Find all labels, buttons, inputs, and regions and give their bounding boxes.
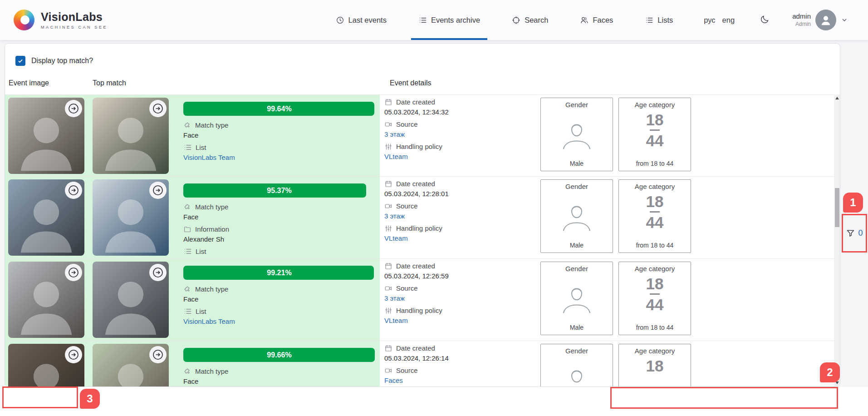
field-label: Source [396,284,418,292]
field-value[interactable]: VLteam [384,152,536,162]
camera-icon [384,202,392,210]
age-title: Age category [619,183,691,190]
gender-title: Gender [541,183,613,190]
field-value[interactable]: 3 этаж [384,293,536,303]
field-value[interactable]: VisionLabs Team [183,153,375,163]
scrollbar-thumb[interactable] [835,188,839,227]
footer-bar: Export events 1•••34525 [0,387,868,416]
field-label: Handling policy [396,307,442,314]
event-row: 95.37% Match type Face Information Alexa… [5,177,834,259]
annotation-badge-2: 2 [820,362,840,382]
calendar-icon [384,262,392,270]
similarity-value: 99.64% [183,102,375,116]
match-info: 99.21% Match type Face List VisionLabs T… [183,262,375,338]
calendar-icon [384,180,392,188]
gender-title: Gender [541,265,613,272]
similarity-bar: 99.21% [183,266,375,280]
open-event-button[interactable] [65,100,82,117]
similarity-bar: 95.37% [183,183,375,198]
user-menu[interactable]: admin Admin [792,10,848,30]
open-event-button[interactable] [65,182,82,199]
arrow-right-circle-icon [68,267,79,278]
age-from: 18 [619,358,691,374]
display-top-match-checkbox[interactable] [15,56,25,66]
gender-value: Male [541,242,613,249]
field-label: Date created [396,262,435,270]
match-photo [93,98,169,174]
sliders-icon [384,143,392,151]
nav-item-faces[interactable]: Faces [573,0,620,40]
field-value[interactable]: VLteam [384,316,536,326]
camera-icon [384,120,392,129]
sliders-icon [384,307,392,315]
field-label: Date created [396,344,435,352]
field-value: 05.03.2024, 12:34:32 [384,107,536,117]
field-value[interactable]: Faces [384,376,536,386]
scroll-up-arrow[interactable] [834,95,840,101]
calendar-icon [384,344,392,352]
nav-item-label: Last events [348,16,387,25]
nav-item-label: Search [525,16,548,25]
age-from: 18 [619,193,691,209]
filter-button[interactable]: 0 [842,214,867,253]
gender-title: Gender [541,347,613,355]
field-label: Source [396,120,418,128]
age-title: Age category [619,265,691,272]
gender-title: Gender [541,101,613,109]
field-value[interactable]: 3 этаж [384,129,536,139]
list-icon [418,16,427,25]
similarity-value: 95.37% [183,183,375,198]
similarity-value: 99.21% [183,266,375,280]
lang-rus[interactable]: рус [704,16,715,25]
nav-item-events-archive[interactable]: Events archive [411,0,487,40]
gender-value: Male [541,160,613,167]
annotation-badge-3: 3 [80,389,100,409]
gender-card: Gender Male [540,179,613,253]
nav-item-search[interactable]: Search [505,0,555,40]
field-value[interactable]: VLteam [384,233,536,243]
lang-eng[interactable]: eng [722,16,735,25]
open-face-button[interactable] [149,264,167,281]
field-value[interactable]: VisionLabs Team [183,317,375,327]
field-label: Match type [195,203,228,211]
puzzle-icon [183,285,191,293]
nav-item-label: Lists [657,16,673,25]
match-photo [93,262,169,338]
avatar[interactable] [815,10,836,30]
dark-mode-toggle[interactable] [760,15,770,26]
open-event-button[interactable] [65,346,82,363]
brand-logo[interactable]: VisionLabs MACHINES CAN SEE [14,10,108,30]
event-photo [8,262,84,338]
nav-item-lists[interactable]: Lists [638,0,680,40]
vertical-scrollbar[interactable] [834,94,840,386]
field-list: List VisionLabs Team [183,142,375,163]
field-source: Source Faces [384,365,536,386]
brand-tagline: MACHINES CAN SEE [41,25,108,30]
field-label: List [196,144,206,151]
display-top-match-label: Display top match? [31,57,93,65]
field-label: List [196,307,206,315]
nav-item-last-events[interactable]: Last events [329,0,394,40]
user-role: Admin [792,21,811,28]
open-face-button[interactable] [149,346,167,363]
open-face-button[interactable] [149,100,167,117]
age-to: 44 [619,214,691,230]
chevron-down-icon[interactable] [841,16,848,24]
open-event-button[interactable] [65,264,82,281]
clock-icon [336,16,344,25]
person-outline-icon [559,364,594,386]
gender-card: Gender Male [540,98,613,171]
field-label: Source [396,202,418,210]
list-icon [183,247,192,256]
event-details: Date created 05.03.2024, 12:26:14 Source… [380,341,536,386]
calendar-icon [384,98,392,106]
field-match-type: Match type Face [183,120,375,140]
field-handling-policy: Handling policy VLteam [384,305,536,326]
match-zone: 99.21% Match type Face List VisionLabs T… [5,259,380,341]
camera-icon [384,366,392,375]
folder-icon [183,225,191,233]
person-icon [819,13,833,27]
field-value[interactable]: 3 этаж [384,211,536,221]
open-face-button[interactable] [149,182,167,199]
age-from: 18 [619,276,691,292]
